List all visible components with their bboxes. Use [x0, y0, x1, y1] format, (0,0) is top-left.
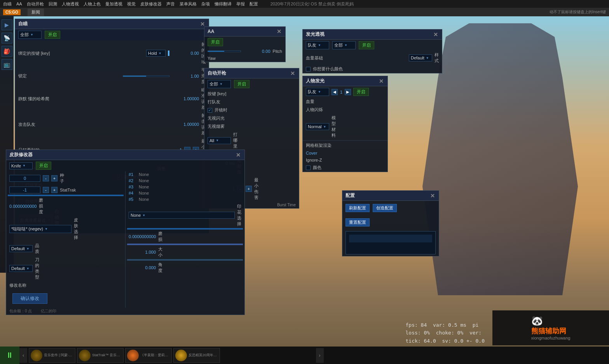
menu-item-config[interactable]: 配置 — [250, 1, 258, 7]
sticker-list: #1 None #2 None #3 None #4 None #5 Non — [126, 171, 244, 202]
top-menu-date: 2020年7月20日汉化! OS 禁止倒卖 倒卖死妈 — [270, 1, 354, 7]
sidebar-inventory-icon[interactable]: 🎒 — [2, 46, 12, 57]
skin-name-dropdown[interactable]: *哒哒哒* (negev) — [9, 225, 72, 233]
menu-item-mangaview[interactable]: 曼加透视 — [105, 1, 122, 7]
item2-text: StatTrak™ 音乐套件 |... — [92, 353, 122, 358]
bottom-prev-arrow[interactable]: ‹ — [19, 348, 27, 363]
skin-angle-row: 0.000 角度 — [126, 261, 244, 275]
skin-knife-dropdown[interactable]: Knife — [9, 162, 33, 169]
fps-overlay: fps: 84 var: 0.5 ms pi loss: 0% choke: 0… — [405, 321, 485, 345]
aimbot-title: 自瞄 — [18, 21, 28, 27]
skin-wear2-row: 0.0000000000 磨损 — [126, 230, 244, 244]
seed-plus[interactable]: + — [51, 175, 58, 181]
menu-item-translate[interactable]: 懒得翻译 — [215, 1, 232, 7]
menu-item-sound[interactable]: 声音 — [166, 1, 175, 7]
menu-item-aa[interactable]: AA — [16, 2, 22, 6]
glow-toggle[interactable]: 开启 — [359, 41, 374, 49]
pg-color-checkbox[interactable] — [306, 165, 311, 170]
stattrak-plus[interactable]: + — [51, 187, 58, 193]
config-header[interactable]: 配置 ✕ — [342, 191, 439, 201]
skin-size-row: 1.000 大小 — [126, 245, 244, 259]
player-glow-close[interactable]: ✕ — [378, 78, 384, 84]
menu-item-zizhan[interactable]: 自瞄 — [3, 1, 12, 7]
af-scope-checkbox[interactable] — [208, 108, 212, 113]
aa-toggle[interactable]: 开启 — [208, 38, 223, 46]
aimbot-all-dropdown[interactable]: 全部 — [18, 31, 42, 39]
key-indicator — [168, 51, 169, 56]
bottom-item-3[interactable]: 《半衰期：爱莉克斯》印... — [125, 348, 172, 363]
item4-thumb — [175, 350, 187, 361]
balance-text: 包余额：0 点 亿二的印 — [6, 308, 244, 315]
seed-minus[interactable]: - — [43, 175, 49, 181]
menu-item-menustyle[interactable]: 菜单风格 — [180, 1, 197, 7]
af-all-dropdown[interactable]: 全部 — [208, 80, 231, 88]
glow-close[interactable]: ✕ — [433, 31, 439, 38]
pg-material-row: Normal 模型材料 — [303, 114, 387, 139]
glow-color-checkbox[interactable] — [306, 67, 311, 71]
bottom-item-4[interactable]: 反恐精英20周年印花胶囊 — [173, 348, 220, 363]
news-tab[interactable]: 新闻 — [28, 9, 44, 16]
pg-toggle[interactable]: 开启 — [353, 88, 369, 96]
menu-item-report[interactable]: 举报 — [236, 1, 245, 7]
pg-team-dropdown[interactable]: 队友 — [306, 88, 329, 96]
seed-value[interactable]: 0 — [9, 175, 40, 182]
af-plus[interactable]: + — [246, 186, 252, 192]
reset-config-btn[interactable]: 重置配置 — [346, 218, 370, 226]
pg-next[interactable]: ▶ — [345, 89, 351, 95]
quality-dropdown[interactable]: Default — [9, 245, 33, 252]
top-menu-bar: 自瞄 AA 自动开枪 回溯 人物透视 人物上色 曼加透视 视觉 皮肤修改器 声音… — [0, 0, 609, 8]
pitch-slider[interactable] — [208, 51, 241, 52]
skin-header[interactable]: 皮肤修改器 ✕ — [6, 150, 244, 160]
glow-team-dropdown[interactable]: 队友 — [306, 41, 329, 49]
lock-slider[interactable] — [123, 75, 169, 77]
stattrak-minus[interactable]: - — [43, 187, 49, 193]
menu-item-visual[interactable]: 视觉 — [127, 1, 136, 7]
confirm-modify-btn[interactable]: 确认修改 — [12, 293, 47, 304]
bottom-item-1[interactable]: 音乐套件 | 阿蒙·托宾：尘... — [29, 348, 75, 363]
sidebar-play-icon[interactable]: ▶ — [2, 19, 12, 30]
af-team-row: 打队友 — [204, 98, 299, 106]
aimbot-row-team: 攻击队友 1.00000 射击误差 — [15, 111, 209, 137]
menu-item-skin[interactable]: 皮肤修改器 — [140, 1, 162, 7]
menu-item-replay[interactable]: 回溯 — [49, 1, 57, 7]
autofire-header[interactable]: 自动开枪 ✕ — [204, 68, 299, 78]
sidebar-tv-icon[interactable]: 📺 — [2, 59, 12, 70]
stattrak-value[interactable]: -1 — [9, 186, 40, 193]
skin-close[interactable]: ✕ — [235, 152, 241, 158]
autofire-close[interactable]: ✕ — [290, 70, 296, 77]
sidebar-broadcast-icon[interactable]: 📡 — [2, 33, 12, 44]
aimbot-toggle[interactable]: 开启 — [45, 31, 60, 39]
pg-wireframe-row: 网格框架渲染 — [303, 141, 387, 150]
bottom-item-2[interactable]: StatTrak™ 音乐套件 |... — [77, 348, 124, 363]
print-dropdown[interactable]: None — [129, 212, 235, 219]
refresh-config-btn[interactable]: 刷新配置 — [346, 204, 370, 212]
glow-all-dropdown[interactable]: 全部 — [332, 41, 356, 49]
config-close[interactable]: ✕ — [429, 193, 436, 199]
skin-toggle[interactable]: 开启 — [36, 162, 51, 170]
pg-prev[interactable]: ◀ — [332, 89, 338, 95]
pg-normal-dropdown[interactable]: Normal — [306, 123, 329, 130]
aa-close[interactable]: ✕ — [276, 28, 282, 35]
menu-item-charview[interactable]: 人物透视 — [62, 1, 79, 7]
config-item — [349, 235, 432, 242]
menu-item-charcolor[interactable]: 人物上色 — [84, 1, 101, 7]
pg-ignorez-row: Ignore-Z — [303, 157, 387, 164]
glow-default-dropdown[interactable]: Default — [409, 54, 432, 61]
menu-item-autofire[interactable]: 自动开枪 — [27, 1, 44, 7]
glow-header[interactable]: 发光透视 ✕ — [303, 30, 442, 40]
panda-area: 🐼 熊猫辅助网 xiongmaofuzhuwang — [492, 310, 609, 345]
fps-line: fps: 84 var: 0.5 ms pi — [405, 321, 485, 329]
player-glow-header[interactable]: 人物发光 ✕ — [303, 76, 387, 86]
aimbot-header[interactable]: 自瞄 ✕ — [15, 19, 209, 29]
af-toggle[interactable]: 开启 — [234, 80, 250, 88]
glow-blood-row: 血量基础 Default 样式 — [303, 51, 442, 65]
key-dropdown[interactable]: Hold — [146, 50, 166, 57]
pg-color-row: 颜色 — [303, 164, 387, 172]
bottom-play-btn[interactable]: ⏸ — [0, 347, 19, 364]
menu-item-misc[interactable]: 杂项 — [201, 1, 210, 7]
bottom-next-arrow[interactable]: › — [316, 348, 324, 363]
create-config-btn[interactable]: 创造配置 — [373, 204, 397, 212]
knifetype-dropdown[interactable]: Default — [9, 265, 33, 272]
af-all2-dropdown[interactable]: All — [208, 137, 231, 144]
aa-header[interactable]: AA ✕ — [204, 27, 285, 37]
